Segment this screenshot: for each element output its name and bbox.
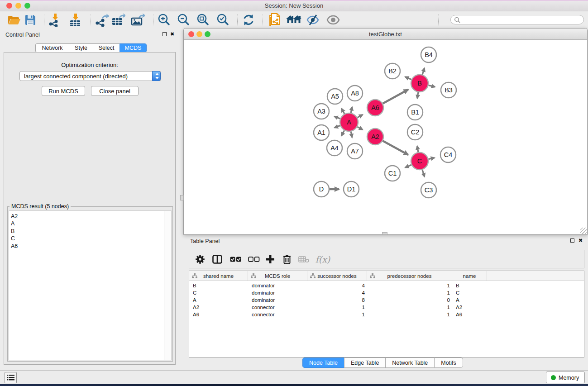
edge-A6-B[interactable]	[383, 90, 408, 104]
table-cell[interactable]: 0	[367, 296, 452, 304]
tab-network-table[interactable]: Network Table	[385, 357, 434, 368]
tab-network[interactable]: Network	[35, 43, 69, 52]
edge-B-B4[interactable]	[422, 68, 425, 75]
table-cell[interactable]: A	[452, 296, 487, 304]
table-cell[interactable]: dominator	[248, 282, 307, 289]
table-cell[interactable]: 1	[307, 311, 367, 318]
tab-mcds[interactable]: MCDS	[120, 43, 147, 52]
tab-motifs[interactable]: Motifs	[434, 357, 463, 368]
graph-node-B4[interactable]: B4	[421, 47, 436, 62]
export-image-button[interactable]	[129, 12, 146, 27]
zoom-in-button[interactable]	[156, 12, 172, 27]
graph-node-B1[interactable]: B1	[407, 105, 423, 120]
window-resize-grip[interactable]	[580, 228, 587, 234]
graph-node-C2[interactable]: C2	[407, 124, 423, 140]
show-details-button[interactable]	[325, 12, 341, 27]
edge-A-A4[interactable]	[341, 130, 344, 136]
table-cell[interactable]: 4	[307, 282, 367, 289]
edge-C-C3[interactable]	[422, 170, 425, 176]
mcds-result-item[interactable]: C	[9, 235, 164, 242]
dropdown-stepper[interactable]	[152, 71, 161, 81]
graph-node-A8[interactable]: A8	[347, 86, 363, 101]
graph-node-C1[interactable]: C1	[385, 166, 400, 181]
table-cell[interactable]: C	[452, 289, 487, 296]
export-network-button[interactable]	[94, 12, 110, 27]
select-all-button[interactable]	[229, 252, 243, 267]
column-header-name[interactable]: name	[452, 271, 487, 281]
edge-C-C4[interactable]	[429, 158, 435, 159]
graph-node-A1[interactable]: A1	[314, 125, 329, 140]
open-network-file-button[interactable]	[267, 12, 283, 27]
tab-node-table[interactable]: Node Table	[302, 357, 344, 368]
graph-node-A6[interactable]: A6	[367, 100, 383, 116]
deselect-all-button[interactable]	[247, 252, 261, 267]
column-header-MCDS-role[interactable]: MCDS role	[248, 271, 307, 281]
edge-A2-C[interactable]	[383, 141, 408, 155]
column-header-successor-nodes[interactable]: successor nodes	[307, 271, 367, 281]
table-close-panel-icon[interactable]: ✖	[578, 238, 583, 243]
criterion-dropdown[interactable]: largest connected component (directed)	[19, 71, 161, 81]
search-input[interactable]	[450, 15, 584, 24]
table-float-panel-icon[interactable]	[570, 238, 574, 243]
edge-A-A3[interactable]	[335, 116, 340, 119]
table-cell[interactable]: 1	[367, 289, 452, 296]
import-table-button[interactable]	[67, 12, 83, 27]
splitter-handle-left[interactable]	[180, 195, 184, 200]
graph-node-B3[interactable]: B3	[441, 82, 456, 98]
graph-node-B[interactable]: B	[411, 75, 428, 92]
graph-node-A5[interactable]: A5	[327, 89, 343, 104]
edge-A-A8[interactable]	[351, 107, 352, 113]
table-cell[interactable]: dominator	[248, 289, 307, 296]
open-folder-button[interactable]	[6, 12, 22, 27]
graph-node-A2[interactable]: A2	[367, 129, 383, 145]
zoom-selected-button[interactable]	[215, 12, 230, 27]
float-panel-icon[interactable]	[163, 32, 167, 36]
table-cell[interactable]: A	[189, 296, 248, 304]
show-column-button[interactable]	[211, 252, 224, 267]
table-cell[interactable]: 4	[307, 289, 367, 296]
edge-B-B2[interactable]	[405, 77, 411, 80]
tab-style[interactable]: Style	[69, 43, 93, 52]
tab-select[interactable]: Select	[93, 43, 120, 52]
run-mcds-button[interactable]: Run MCDS	[42, 86, 85, 96]
zoom-fit-button[interactable]	[195, 12, 210, 27]
table-cell[interactable]: 1	[307, 304, 367, 311]
edge-B-B3[interactable]	[428, 86, 435, 87]
delete-column-button[interactable]	[281, 252, 293, 267]
graph-node-D1[interactable]: D1	[344, 181, 359, 197]
graph-node-A[interactable]: A	[340, 113, 358, 131]
close-panel-button[interactable]: Close panel	[91, 86, 139, 96]
edge-A-A2[interactable]	[357, 127, 363, 129]
close-panel-icon[interactable]: ✖	[170, 31, 174, 37]
column-header-shared-name[interactable]: shared name	[189, 271, 248, 281]
edge-A-A5[interactable]	[342, 109, 344, 114]
memory-button[interactable]: Memory	[546, 372, 585, 383]
mcds-result-item[interactable]: A2	[9, 213, 164, 220]
tab-edge-table[interactable]: Edge Table	[344, 357, 385, 368]
save-session-button[interactable]	[23, 12, 38, 27]
task-history-button[interactable]	[5, 372, 17, 383]
mcds-result-list[interactable]: A2ABCA6	[9, 210, 164, 360]
edge-A-A6[interactable]	[357, 114, 363, 117]
graph-node-C[interactable]: C	[411, 152, 428, 170]
network-window-titlebar[interactable]: testGlobe.txt	[184, 29, 587, 40]
edge-C-C1[interactable]	[405, 165, 411, 167]
graph-node-A4[interactable]: A4	[327, 140, 342, 156]
table-cell[interactable]: A6	[452, 311, 487, 318]
function-builder-button[interactable]: f(x)	[313, 252, 332, 267]
delete-table-button[interactable]	[297, 252, 311, 267]
export-table-button[interactable]	[110, 12, 126, 27]
table-cell[interactable]: A6	[189, 311, 248, 318]
table-cell[interactable]: A2	[452, 304, 487, 311]
mcds-result-item[interactable]: B	[9, 228, 164, 235]
table-cell[interactable]: C	[189, 289, 248, 296]
hide-details-button[interactable]	[305, 12, 321, 27]
table-cell[interactable]: connector	[248, 304, 307, 311]
column-header-predecessor-nodes[interactable]: predecessor nodes	[367, 271, 452, 281]
graph-node-C4[interactable]: C4	[440, 147, 456, 162]
add-column-button[interactable]	[263, 252, 277, 267]
table-cell[interactable]: 1	[367, 282, 452, 289]
table-cell[interactable]: connector	[248, 311, 307, 318]
edge-A-A1[interactable]	[335, 125, 340, 128]
import-network-button[interactable]	[47, 12, 63, 27]
